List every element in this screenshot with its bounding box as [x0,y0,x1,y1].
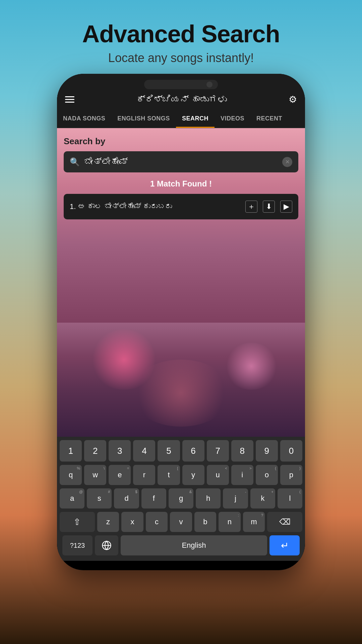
shift-key[interactable]: ⇧ [60,512,95,532]
key-8[interactable]: 8 [231,440,253,462]
result-actions: ＋ ⬇ ▶ [245,201,292,213]
app-bar: ಕ್ರಿಶ್ಚಿಯನ್ ಹಾಡುಗಳು ⚙ [57,74,305,110]
tab-nada-songs[interactable]: NADA SONGS [57,110,111,128]
key-h[interactable]: h [196,488,221,508]
tab-english-songs[interactable]: ENGLISH SONGS [111,110,176,128]
page-subtitle: Locate any songs instantly! [13,51,349,65]
result-text: 1. ಅ ಕಾಲ ಬೇತ್ಲೇಹೇಮ್ ಕುರುಬರು [70,202,245,211]
key-5[interactable]: 5 [158,440,180,462]
key-3[interactable]: 3 [109,440,131,462]
key-c[interactable]: c [146,512,168,532]
keyboard-row2: a@ s# d$ f g& h j- k+ l( [60,488,302,508]
key-7[interactable]: 7 [207,440,229,462]
key-g[interactable]: g& [169,488,193,508]
menu-icon[interactable] [65,96,74,103]
key-j[interactable]: j- [223,488,248,508]
keyboard-row3: ⇧ z x c v b n: m? ⌫ [60,512,302,532]
space-key[interactable]: English [121,535,267,555]
enter-key[interactable]: ↵ [269,535,300,555]
key-v[interactable]: v [170,512,192,532]
backspace-key[interactable]: ⌫ [267,512,302,532]
match-found-text: 1 Match Found ! [64,179,298,189]
key-6[interactable]: 6 [182,440,204,462]
key-9[interactable]: 9 [256,440,278,462]
search-result-item[interactable]: 1. ಅ ಕಾಲ ಬೇತ್ಲೇಹೇಮ್ ಕುರುಬರು ＋ ⬇ ▶ [64,194,298,219]
phone-notch [144,80,218,89]
key-1[interactable]: 1 [60,440,82,462]
download-button[interactable]: ⬇ [263,201,275,213]
app-title: ಕ್ರಿಶ್ಚಿಯನ್ ಹಾಡುಗಳು [136,94,227,105]
key-u[interactable]: u< [207,465,229,485]
content-area: Search by 🔍 ಬೇತ್ಲೇಹೇಮ್ ✕ 1 Match Found !… [57,128,305,323]
search-icon: 🔍 [70,157,80,167]
keyboard-bottom-row: ?123 English ↵ [60,535,302,561]
tab-search[interactable]: SEARCH [176,110,215,128]
key-p[interactable]: p} [280,465,302,485]
settings-icon[interactable]: ⚙ [289,94,297,105]
key-t[interactable]: t[ [158,465,180,485]
phone-frame: ಕ್ರಿಶ್ಚಿಯನ್ ಹಾಡುಗಳು ⚙ NADA SONGS ENGLISH… [57,74,305,570]
globe-key[interactable] [95,535,118,555]
add-to-playlist-button[interactable]: ＋ [245,201,257,213]
key-4[interactable]: 4 [133,440,155,462]
key-r[interactable]: r [133,465,155,485]
search-by-label: Search by [64,136,298,147]
key-k[interactable]: k+ [250,488,275,508]
play-button[interactable]: ▶ [280,201,292,213]
key-w[interactable]: w\ [84,465,106,485]
nav-tabs: NADA SONGS ENGLISH SONGS SEARCH VIDEOS R… [57,110,305,128]
key-d[interactable]: d$ [114,488,139,508]
key-f[interactable]: f [141,488,166,508]
clear-search-button[interactable]: ✕ [282,157,292,167]
numbers-switch-key[interactable]: ?123 [62,535,93,555]
keyboard: 1 2 3 4 5 6 7 8 9 0 q% w\ e= r t [57,437,305,561]
key-s[interactable]: s# [87,488,112,508]
tab-videos[interactable]: VIDEOS [215,110,250,128]
background-image [57,323,305,437]
front-camera [206,82,213,88]
key-i[interactable]: i> [231,465,253,485]
key-x[interactable]: x [121,512,143,532]
key-y[interactable]: y [182,465,204,485]
search-bar[interactable]: 🔍 ಬೇತ್ಲೇಹೇಮ್ ✕ [64,151,298,172]
keyboard-number-row: 1 2 3 4 5 6 7 8 9 0 [60,440,302,462]
key-o[interactable]: o{ [256,465,278,485]
key-z[interactable]: z [97,512,119,532]
key-2[interactable]: 2 [84,440,106,462]
page-title: Advanced Search [13,20,349,48]
key-e[interactable]: e= [109,465,131,485]
keyboard-row1: q% w\ e= r t[ y u< i> o{ p} [60,465,302,485]
tab-recent[interactable]: RECENT [250,110,288,128]
key-b[interactable]: b [194,512,216,532]
search-query-text: ಬೇತ್ಲೇಹೇಮ್ [84,157,278,167]
key-n[interactable]: n: [219,512,240,532]
key-q[interactable]: q% [60,465,82,485]
key-l[interactable]: l( [278,488,302,508]
key-m[interactable]: m? [243,512,265,532]
key-a[interactable]: a@ [60,488,84,508]
key-0[interactable]: 0 [280,440,302,462]
